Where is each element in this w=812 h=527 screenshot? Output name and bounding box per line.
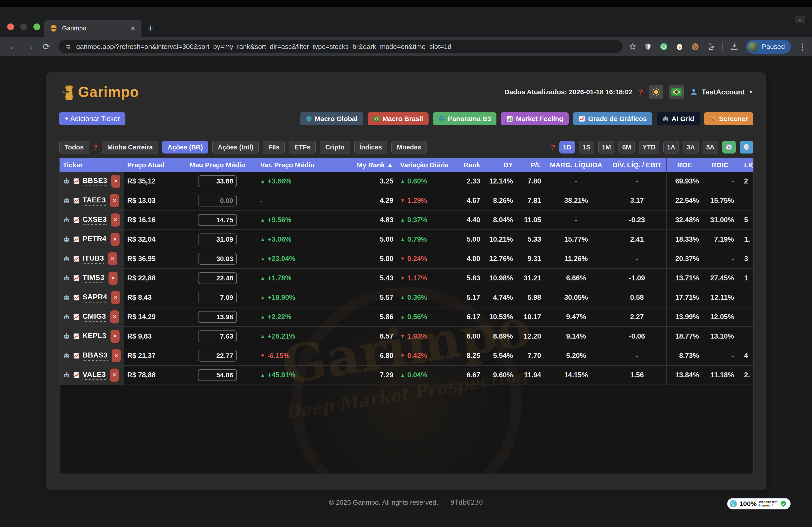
window-close-button[interactable] <box>7 24 14 30</box>
avg-price-input[interactable]: 14.75 <box>198 214 237 226</box>
robot-icon[interactable] <box>63 216 70 224</box>
ticker-link[interactable]: KEPL3 <box>83 332 106 341</box>
site-settings-icon[interactable] <box>64 43 71 50</box>
remove-ticker-button[interactable]: ✕ <box>111 213 120 227</box>
col-header-2[interactable]: Meu Preço Médio <box>188 158 247 172</box>
col-header-10[interactable]: DÍV. LÍQ. / EBIT <box>608 158 666 172</box>
extension-egg-icon[interactable] <box>676 42 683 51</box>
tab-cripto[interactable]: Cripto <box>320 141 350 153</box>
robot-icon[interactable] <box>63 274 70 282</box>
ticker-link[interactable]: PETR4 <box>83 235 106 244</box>
avg-price-input[interactable]: 31.09 <box>198 234 237 245</box>
remove-ticker-button[interactable]: ✕ <box>111 291 120 304</box>
mini-chart-icon[interactable] <box>73 294 80 301</box>
col-header-7[interactable]: DY <box>483 158 516 172</box>
nav-button-macro-brasil[interactable]: Macro Brasil <box>368 112 429 125</box>
tab-search-button[interactable]: ⌄ <box>795 16 805 24</box>
extension-shield-icon[interactable] <box>644 43 652 50</box>
col-header-8[interactable]: P/L <box>516 158 545 172</box>
mini-chart-icon[interactable] <box>73 216 80 224</box>
ticker-link[interactable]: ITUB3 <box>83 254 104 264</box>
mini-chart-icon[interactable] <box>73 177 80 185</box>
period-1d[interactable]: 1D <box>560 141 575 153</box>
remove-ticker-button[interactable]: ✕ <box>111 233 119 246</box>
nav-button-screener[interactable]: Screener <box>704 112 753 125</box>
period-6m[interactable]: 6M <box>619 141 635 153</box>
avg-price-input[interactable]: 30.03 <box>198 253 237 265</box>
extension-sync-icon[interactable] <box>659 42 668 51</box>
tab--ndices[interactable]: Índices <box>354 141 388 153</box>
col-header-12[interactable]: ROIC <box>702 158 737 172</box>
nav-button-market-feeling[interactable]: Market Feeling <box>501 112 569 125</box>
avg-price-input[interactable]: 7.09 <box>198 292 237 303</box>
ticker-link[interactable]: BBSE3 <box>83 177 107 186</box>
nav-button-ai-grid[interactable]: AI Grid <box>657 112 700 125</box>
language-button[interactable] <box>669 85 684 99</box>
mini-chart-icon[interactable] <box>73 274 80 282</box>
nav-button-macro-global[interactable]: Macro Global <box>300 112 363 125</box>
tab-minha-carteira[interactable]: Minha Carteira <box>102 141 158 153</box>
period-5a[interactable]: 5A <box>702 141 718 153</box>
remove-ticker-button[interactable]: ✕ <box>110 194 119 207</box>
website-test-seal[interactable]: 100% Website test Internet.nl <box>727 498 791 509</box>
ticker-link[interactable]: CMIG3 <box>83 312 106 322</box>
ticker-link[interactable]: SAPR4 <box>83 293 107 302</box>
robot-icon[interactable] <box>63 236 70 243</box>
account-menu[interactable]: TestAccount ▼ <box>690 88 753 96</box>
avg-price-input[interactable]: 7.63 <box>198 330 237 342</box>
col-header-1[interactable]: Preço Atual <box>124 158 188 172</box>
mini-chart-icon[interactable] <box>73 255 80 262</box>
col-header-5[interactable]: Variação Diária <box>397 158 454 172</box>
mini-chart-icon[interactable] <box>73 332 80 340</box>
period-1m[interactable]: 1M <box>598 141 614 153</box>
avg-price-input[interactable]: 22.77 <box>198 350 237 362</box>
tab-todos[interactable]: Todos <box>59 141 89 153</box>
col-header-4[interactable]: My Rank ▲ <box>323 158 397 172</box>
period-help-icon[interactable]: ? <box>551 143 555 152</box>
downloads-icon[interactable] <box>730 43 738 51</box>
robot-icon[interactable] <box>63 332 70 340</box>
mini-chart-icon[interactable] <box>73 236 80 243</box>
robot-icon[interactable] <box>63 294 70 301</box>
col-header-3[interactable]: Var. Preço Médio <box>247 158 323 172</box>
remove-ticker-button[interactable]: ✕ <box>110 311 119 323</box>
period-1s[interactable]: 1S <box>579 141 594 153</box>
remove-ticker-button[interactable]: ✕ <box>112 349 121 362</box>
avg-price-input[interactable]: 13.98 <box>198 311 237 323</box>
ticker-link[interactable]: VALE3 <box>83 370 106 380</box>
extensions-puzzle-icon[interactable] <box>707 43 714 50</box>
period-ytd[interactable]: YTD <box>639 141 659 153</box>
remove-ticker-button[interactable]: ✕ <box>111 330 119 343</box>
avg-price-input[interactable]: 22.48 <box>198 272 237 284</box>
col-header-6[interactable]: Rank <box>454 158 483 172</box>
robot-icon[interactable] <box>63 197 70 205</box>
tab-fiis[interactable]: FIIs <box>263 141 285 153</box>
tab-a-es-br-[interactable]: Ações (BR) <box>162 141 208 153</box>
auto-refresh-button[interactable] <box>722 141 736 153</box>
col-header-11[interactable]: ROE <box>666 158 702 172</box>
remove-ticker-button[interactable]: ✕ <box>108 252 117 265</box>
menu-dots-icon[interactable]: ⋮ <box>798 42 807 51</box>
col-header-9[interactable]: MARG. LÍQUIDA <box>545 158 608 172</box>
period-1a[interactable]: 1A <box>663 141 679 153</box>
profile-paused-button[interactable]: Paused <box>746 40 791 54</box>
nav-button-panorama-b3[interactable]: Panorama B3 <box>433 112 497 125</box>
address-bar[interactable]: garimpo.app/?refresh=on&interval=300&sor… <box>59 40 623 53</box>
updated-help-icon[interactable]: ? <box>638 88 643 96</box>
ticker-link[interactable]: CXSE3 <box>83 215 107 225</box>
avg-price-input[interactable]: 54.06 <box>198 369 237 381</box>
add-ticker-button[interactable]: + Adicionar Ticker <box>59 112 126 125</box>
period-3a[interactable]: 3A <box>683 141 698 153</box>
mini-chart-icon[interactable] <box>73 352 80 360</box>
avg-price-input[interactable]: 33.88 <box>198 175 237 187</box>
tab-moedas[interactable]: Moedas <box>391 141 426 153</box>
tab-etfs[interactable]: ETFs <box>289 141 316 153</box>
forward-icon[interactable]: → <box>26 42 34 51</box>
col-header-13[interactable]: LIQ <box>737 158 754 172</box>
ticker-link[interactable]: TIMS3 <box>83 273 104 283</box>
remove-ticker-button[interactable]: ✕ <box>108 272 117 285</box>
reload-icon[interactable]: ⟳ <box>43 42 50 51</box>
nav-button-grade-de-gr-ficos[interactable]: Grade de Gráficos <box>573 112 652 125</box>
robot-icon[interactable] <box>63 352 70 360</box>
tab-a-es-intl-[interactable]: Ações (Intl) <box>212 141 259 153</box>
